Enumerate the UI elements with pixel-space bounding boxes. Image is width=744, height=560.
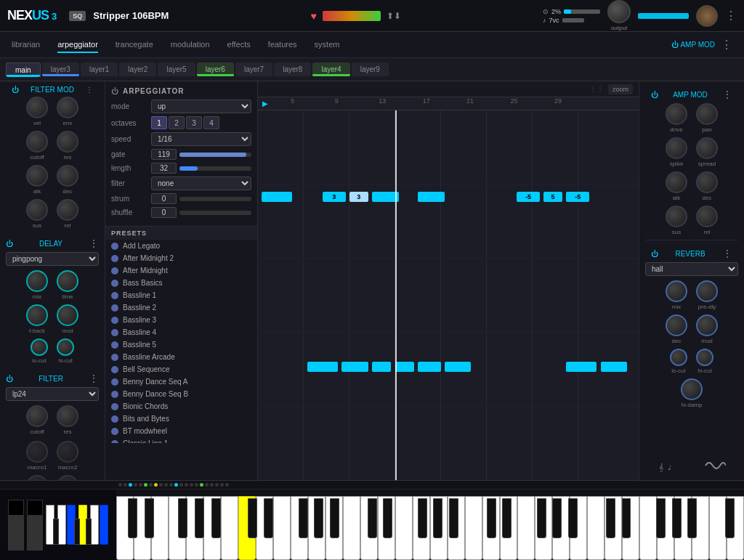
tab-modulation[interactable]: modulation bbox=[171, 37, 210, 53]
white-key[interactable] bbox=[256, 496, 273, 560]
macro4-knob[interactable] bbox=[57, 475, 78, 480]
preset-item-benny-a[interactable]: Benny Dance Seq A bbox=[105, 376, 257, 388]
white-key[interactable] bbox=[221, 496, 238, 560]
seq-note-neg5a[interactable]: -5 bbox=[517, 192, 539, 202]
tab-arpeggiator[interactable]: arpeggiator bbox=[57, 37, 98, 53]
arp-shuffle-input[interactable]: 0 bbox=[151, 207, 177, 218]
delay-fback-knob[interactable] bbox=[26, 304, 48, 326]
preset-item-bassline5[interactable]: Bassline 5 bbox=[105, 338, 257, 351]
macro1-knob[interactable] bbox=[26, 441, 48, 463]
env-knob[interactable] bbox=[57, 97, 78, 118]
arp-filter-select[interactable]: nonelowhigh bbox=[151, 176, 251, 190]
layer-tab-layer8[interactable]: layer8 bbox=[274, 62, 311, 76]
white-key[interactable] bbox=[552, 496, 570, 560]
white-key[interactable] bbox=[151, 496, 169, 560]
arp-shuffle-slider[interactable] bbox=[179, 211, 251, 215]
layer-tab-layer7[interactable]: layer7 bbox=[235, 62, 272, 76]
white-key[interactable] bbox=[343, 496, 360, 560]
preset-item-classic1[interactable]: Classic Line 1 bbox=[105, 437, 257, 443]
white-key[interactable] bbox=[395, 496, 413, 560]
filter-mod-power-icon[interactable]: ⏻ bbox=[12, 86, 19, 94]
reverb-hicut-knob[interactable] bbox=[696, 349, 713, 366]
preset-item-bassline1[interactable]: Bassline 1 bbox=[105, 289, 257, 301]
seq-play-button[interactable]: ▶ bbox=[258, 97, 272, 110]
arp-length-input[interactable]: 32 bbox=[151, 163, 177, 174]
amp-mod-dots-icon[interactable]: ⋮ bbox=[722, 89, 732, 100]
nav-dots-icon[interactable]: ⋮ bbox=[721, 38, 732, 52]
layer-tab-layer3[interactable]: layer3 bbox=[42, 62, 79, 76]
reverb-locut-knob[interactable] bbox=[670, 349, 687, 366]
seq-dots-icon[interactable]: ⋮⋮ bbox=[589, 85, 604, 93]
layer-tab-layer5[interactable]: layer5 bbox=[158, 62, 195, 76]
white-key[interactable] bbox=[169, 496, 186, 560]
amp-spread-knob[interactable] bbox=[696, 137, 718, 159]
arp-strum-slider[interactable] bbox=[179, 197, 251, 201]
filter-power-icon[interactable]: ⏻ bbox=[6, 375, 13, 383]
cutoff-knob[interactable] bbox=[26, 131, 48, 153]
tab-librarian[interactable]: librarian bbox=[12, 37, 40, 53]
white-key[interactable] bbox=[430, 496, 448, 560]
amp-rel-knob[interactable] bbox=[696, 206, 718, 227]
octave-btn-2[interactable]: 2 bbox=[169, 116, 185, 129]
reverb-hidamp-knob[interactable] bbox=[681, 378, 703, 400]
white-key[interactable] bbox=[203, 496, 221, 560]
white-key[interactable] bbox=[326, 496, 343, 560]
tab-features[interactable]: features bbox=[268, 37, 297, 53]
amp-dec-knob[interactable] bbox=[696, 171, 718, 193]
white-key[interactable] bbox=[500, 496, 517, 560]
amp-mod-power-icon[interactable]: ⏻ bbox=[651, 91, 658, 99]
preset-item-add-legato[interactable]: Add Legato bbox=[105, 240, 257, 252]
white-key[interactable] bbox=[413, 496, 430, 560]
preset-item-bassline3[interactable]: Bassline 3 bbox=[105, 314, 257, 326]
reverb-mod-knob[interactable] bbox=[696, 315, 718, 336]
seq-note-neg5b[interactable]: -5 bbox=[566, 192, 589, 202]
white-key[interactable] bbox=[448, 496, 465, 560]
amp-drive-knob[interactable] bbox=[666, 103, 687, 125]
arrow-icon[interactable]: ⬆⬇ bbox=[387, 11, 401, 21]
preset-item-after-midnight[interactable]: After Midnight bbox=[105, 264, 257, 277]
seq-note[interactable] bbox=[418, 192, 445, 202]
white-key[interactable] bbox=[308, 496, 326, 560]
tab-system[interactable]: system bbox=[315, 37, 340, 53]
output-knob[interactable] bbox=[607, 0, 631, 23]
delay-mode-select[interactable]: pingpong normal bbox=[6, 252, 99, 266]
amp-sus-knob[interactable] bbox=[666, 206, 687, 227]
white-key[interactable] bbox=[186, 496, 203, 560]
zoom-button[interactable]: zoom bbox=[608, 84, 633, 94]
dec-knob-fm[interactable] bbox=[57, 165, 78, 187]
white-key[interactable] bbox=[360, 496, 378, 560]
seq-note-lower8[interactable] bbox=[601, 362, 628, 372]
arp-strum-input[interactable]: 0 bbox=[151, 193, 177, 204]
delay-time-knob[interactable] bbox=[57, 270, 78, 292]
seq-note-lower3[interactable] bbox=[372, 362, 391, 372]
favorite-icon[interactable]: ♥ bbox=[311, 10, 317, 22]
white-key[interactable] bbox=[604, 496, 622, 560]
octave-btn-3[interactable]: 3 bbox=[186, 116, 202, 129]
vel-knob[interactable] bbox=[26, 97, 48, 118]
preset-item-bassline4[interactable]: Bassline 4 bbox=[105, 326, 257, 338]
arp-gate-slider[interactable] bbox=[179, 153, 251, 157]
preset-item-bits-bytes[interactable]: Bits and Bytes bbox=[105, 413, 257, 425]
atk-knob-fm[interactable] bbox=[26, 165, 48, 187]
white-key[interactable] bbox=[116, 496, 134, 560]
seq-note-5[interactable]: 5 bbox=[543, 192, 562, 202]
seq-note-lower4[interactable] bbox=[395, 362, 414, 372]
white-key[interactable] bbox=[465, 496, 482, 560]
white-key[interactable] bbox=[570, 496, 587, 560]
amp-pan-knob[interactable] bbox=[696, 103, 718, 125]
preset-item-bassline2[interactable]: Bassline 2 bbox=[105, 301, 257, 314]
seq-note-lower7[interactable] bbox=[566, 362, 597, 372]
white-key[interactable] bbox=[692, 496, 709, 560]
white-key[interactable] bbox=[134, 496, 151, 560]
filter-res-knob[interactable] bbox=[57, 405, 78, 427]
octave-btn-4[interactable]: 4 bbox=[203, 116, 219, 129]
reverb-dots-icon[interactable]: ⋮ bbox=[722, 248, 732, 259]
macro2-knob[interactable] bbox=[57, 441, 78, 463]
reverb-mix-knob[interactable] bbox=[666, 280, 687, 302]
mini-black-key[interactable] bbox=[86, 519, 92, 545]
rel-knob-fm[interactable] bbox=[57, 199, 78, 221]
layer-tab-layer9[interactable]: layer9 bbox=[352, 62, 389, 76]
reverb-predly-knob[interactable] bbox=[696, 280, 718, 302]
octave-btn-1[interactable]: 1 bbox=[151, 116, 167, 129]
preset-item-bt-modwheel[interactable]: BT modwheel bbox=[105, 425, 257, 437]
